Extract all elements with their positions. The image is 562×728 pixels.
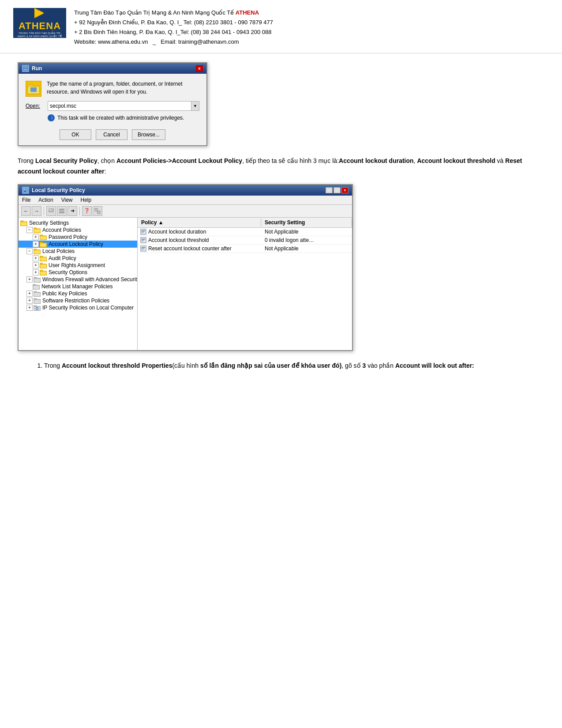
logo-athena-text: ATHENA [19,21,61,31]
para1-bold2: Account Policies->Account Lockout Policy [116,157,242,164]
svg-rect-65 [142,241,143,241]
lsp-expand-lockout[interactable]: + [33,241,39,247]
svg-rect-12 [59,209,64,210]
lsp-policy-name-reset: Reset account lockout counter after [148,245,262,252]
lsp-tree-label-audit: Audit Policy [49,255,76,261]
lsp-col-policy-header[interactable]: Policy ▲ [138,219,261,226]
svg-rect-5 [30,87,37,92]
svg-rect-6 [32,92,35,93]
run-close-button[interactable]: × [196,65,203,72]
lsp-expand-firewall[interactable]: + [26,276,33,283]
logo-arrow-icon: ⯈ [34,8,46,20]
para1-text6: : [105,168,106,175]
lsp-setting-threshold: 0 invalid logon atte… [262,237,352,243]
lsp-tree-audit-policy[interactable]: + Audit Policy [19,255,137,262]
svg-rect-61 [142,232,143,233]
lsp-tree-ip-security[interactable]: + IP Security Policies on Local Computer [19,304,137,311]
lsp-tree-label-password: Password Policy [49,234,87,240]
header-address1: + 92 Nguyễn Đình Chiểu, P. Đa Kao, Q. I_… [74,18,273,27]
lsp-tree-label-public-key: Public Key Policies [42,290,87,297]
lsp-tree-lockout-policy[interactable]: + Account Lockout Policy [19,241,137,248]
run-command-input[interactable] [48,101,191,111]
lsp-back-button[interactable]: ← [21,206,31,216]
svg-rect-28 [40,243,46,247]
lsp-title-icon [22,187,29,194]
svg-rect-3 [27,85,34,87]
svg-rect-8 [23,189,26,190]
svg-rect-24 [40,235,43,236]
lsp-tree-password-policy[interactable]: + Password Policy [19,234,137,241]
lsp-row-reset[interactable]: Reset account lockout counter after Not … [138,245,352,253]
inst-text2: (cấu hình [172,362,200,369]
lsp-up-button[interactable] [46,206,56,216]
lsp-help-button[interactable]: ❓ [82,206,92,216]
run-admin-row: This task will be created with administr… [26,114,199,121]
lsp-expand-security-options[interactable]: + [33,269,39,275]
lsp-expand-audit[interactable]: + [33,255,39,261]
svg-rect-30 [34,249,37,250]
lsp-expand-account-policies[interactable]: − [26,227,33,233]
lsp-tree-security-options[interactable]: + Security Options [19,269,137,276]
lsp-folder-icon-network [33,283,40,290]
svg-point-57 [37,308,38,309]
svg-rect-18 [20,221,23,222]
svg-rect-52 [34,300,40,303]
lsp-expand-software[interactable]: + [26,298,33,304]
svg-rect-64 [142,240,144,240]
lsp-menu-help[interactable]: Help [80,196,93,204]
lsp-tree-local-policies[interactable]: − Local Policies [19,248,137,255]
run-cancel-button[interactable]: Cancel [96,129,127,140]
lsp-tree-label-security-options: Security Options [49,269,87,275]
lsp-expand-public-key[interactable]: + [26,290,33,297]
svg-rect-59 [142,230,145,231]
svg-rect-11 [49,209,51,210]
inst-bold4: Account will lock out after: [395,362,474,369]
lsp-policy-icon-threshold [140,237,146,243]
lsp-minimize-button[interactable]: – [326,187,333,193]
lsp-expand-ipsec[interactable]: + [26,305,33,311]
lsp-tree-user-rights[interactable]: + User Rights Assignment [19,262,137,269]
run-body: Type the name of a program, folder, docu… [19,74,206,145]
run-dropdown-arrow[interactable]: ▼ [191,101,199,111]
run-titlebar: Run × [19,63,206,74]
lsp-menu-action[interactable]: Action [37,196,54,204]
lsp-menu-file[interactable]: File [21,196,31,204]
lsp-folder-icon-firewall [34,276,41,283]
lsp-tree-network-list[interactable]: Network List Manager Policies [19,283,137,290]
lsp-maximize-button[interactable]: □ [333,187,341,193]
lsp-extra-button[interactable] [93,206,102,216]
logo-image: ⯈ ATHENA TRUNG TÂM ĐÀO TẠO QUẢN TRỊ MẠNG… [13,8,66,38]
page-content: Run × Type the name of a program, folder… [0,53,562,383]
svg-rect-22 [34,229,40,233]
svg-rect-67 [142,247,145,248]
lsp-folder-icon-local [34,248,41,254]
lsp-export-button[interactable]: ➜ [67,206,77,216]
lsp-row-threshold[interactable]: Account lockout threshold 0 invalid logo… [138,236,352,245]
lsp-tree-label-ipsec: IP Security Policies on Local Computer [42,305,134,311]
lsp-list-button[interactable] [57,206,67,216]
svg-rect-68 [142,248,144,249]
run-ok-button[interactable]: OK [60,129,91,140]
lsp-close-button[interactable]: × [341,187,348,193]
lsp-menu-view[interactable]: View [60,196,74,204]
lsp-row-duration[interactable]: Account lockout duration Not Applicable [138,228,352,236]
svg-rect-9 [24,191,26,192]
lsp-tree-firewall[interactable]: + Windows Firewall with Advanced Securit… [19,276,137,283]
lsp-tree-account-policies[interactable]: − Account Policies [19,226,137,234]
lsp-tree-public-key[interactable]: + Public Key Policies [19,290,137,297]
lsp-folder-icon-secopts [40,269,47,275]
instruction-list: Trong Account lockout threshold Properti… [44,361,544,371]
run-browse-button[interactable]: Browse... [132,129,165,140]
lsp-tree-label-lockout: Account Lockout Policy [49,241,103,247]
lsp-expand-user-rights[interactable]: + [33,262,39,268]
lsp-tree-label-account-policies: Account Policies [42,227,81,233]
run-titlebar-left: Run [22,65,42,72]
lsp-expand-local[interactable]: − [26,248,33,254]
lsp-expand-password[interactable]: + [33,234,39,240]
lsp-policy-name-duration: Account lockout duration [148,229,262,235]
lsp-tree-security-settings[interactable]: Security Settings [19,219,137,226]
run-open-row: Open: ▼ [26,101,199,111]
lsp-col-setting-header[interactable]: Security Setting [261,219,352,226]
lsp-tree-software-restriction[interactable]: + Software Restriction Policies [19,297,137,304]
lsp-forward-button[interactable]: → [32,206,41,216]
